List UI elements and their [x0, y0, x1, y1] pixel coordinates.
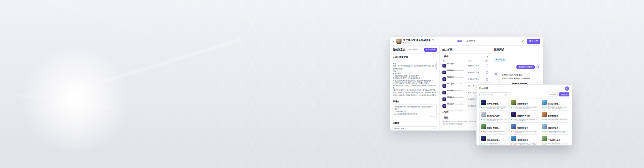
knowledge-section-title[interactable]: ▴ 知识 — [442, 111, 448, 114]
user-message-row: 查询物料产品库存 C — [494, 65, 540, 69]
plugin-name: MES插件 — [447, 83, 454, 85]
plugin-name: MES插件 — [447, 96, 454, 98]
debug-info-pill[interactable]: ▾ 调试信息 — [494, 58, 506, 62]
plugin-icon — [442, 84, 446, 88]
more-icon[interactable]: ··· — [565, 99, 568, 101]
more-icon[interactable]: ··· — [535, 99, 537, 101]
app-card[interactable]: ··· 华为CME智能... 平台运维智能助手 已发布 最近编辑 2024-08… — [479, 134, 508, 145]
copy-icon[interactable] — [432, 39, 434, 41]
app-thumbnail — [481, 112, 486, 117]
bot-reply-line1: 库存量少的物料产品是螺栓。 — [502, 74, 538, 76]
more-icon[interactable]: ··· — [535, 123, 537, 125]
status-dot — [403, 42, 404, 43]
persona-textarea[interactable]: 角色: 你是一个生产管理智能助手，你的任务是协助用户完成任务并提供相关信息。 技… — [393, 60, 437, 96]
plugin-url: https://dme.cn-north-4.hu... — [447, 110, 464, 112]
user-avatar[interactable]: C — [565, 86, 569, 91]
create-app-button[interactable]: 创建应用 — [559, 92, 569, 96]
suggested-question-input[interactable]: 查询生产报告 6/700 — [393, 126, 437, 130]
remove-plugin-icon[interactable]: − — [486, 65, 488, 67]
plugin-icon — [442, 91, 446, 94]
app-card[interactable]: ··· 多智能体应用 多智能体协同应用，一个负责pod管理，另一个负责pod故障… — [509, 134, 539, 145]
plugin-tool-select[interactable]: 查询物料产品 ▾ — [468, 78, 485, 80]
app-card-title: K8S运维助手 — [548, 127, 558, 129]
status-badge: 已发布 — [481, 107, 487, 109]
plugin-icon — [442, 104, 446, 108]
user-avatar: C — [536, 65, 540, 69]
app-card[interactable]: ··· 合同审查助手 协助用户审查合同风险，提供风险点分析与修改建议 已发布 最… — [509, 98, 539, 109]
app-card[interactable]: ··· 行业内容小助手 查询、解读行业资讯 已发布 最近编辑 2024-08-0… — [540, 134, 569, 145]
app-card[interactable]: ··· 库存管理助手 协助完成库存盘点、查询与预警 已发布 最近编辑 2024-… — [540, 110, 569, 121]
app-thumbnail — [481, 100, 486, 105]
opening-char-counter: 84/1000 — [394, 116, 435, 117]
import-app-button[interactable]: 导入应用 — [547, 92, 558, 96]
gear-icon[interactable] — [520, 39, 525, 44]
last-edited-text: 最近编辑 2024-08-10 17:55:28 — [490, 143, 507, 145]
tab-publish-history[interactable]: 发布历史 — [466, 40, 476, 43]
more-icon[interactable]: ··· — [504, 99, 507, 101]
remove-plugin-icon[interactable]: − — [486, 78, 488, 81]
my-apps-window: 我的应用 C 请输入应用名称 导入应用 创建应用 ··· 生产执行管理... 协… — [477, 85, 572, 145]
status-badge: 未发布 — [511, 143, 517, 145]
app-card[interactable]: ··· 生产执行管理... 协助生产执行管理系统，帮助用户完成物料产品添加、生产… — [479, 98, 508, 109]
memory-section-title[interactable]: ▴ 记忆 — [442, 116, 448, 119]
more-icon[interactable]: ··· — [565, 123, 568, 125]
app-card-title: 合同审查助手 — [517, 103, 528, 105]
last-edited-text: 最近编辑 2024-08-11 09:27:36 — [550, 131, 568, 133]
app-status: 未发布 — [405, 42, 410, 44]
more-icon[interactable]: ··· — [504, 135, 507, 137]
last-edited-text: 最近编辑 2024-08-09 16:12:05 — [550, 143, 568, 145]
last-edited-text: 最近编辑 2024-08-12 10:30:17 — [490, 131, 507, 133]
scrollbar[interactable] — [436, 61, 437, 70]
back-icon[interactable]: ‹ — [392, 39, 395, 43]
app-card-title: DevOps助理... — [548, 103, 560, 105]
more-icon[interactable]: ··· — [535, 135, 537, 137]
search-input[interactable]: 请输入应用名称 — [479, 92, 508, 96]
apps-window-title: 我的应用 — [479, 87, 488, 90]
app-card[interactable]: ··· K8S运维助手 Kubernetes运维场景智能助手，如查询、部署pod… — [540, 122, 569, 133]
app-card-title: 智能报表助手 — [517, 127, 528, 129]
more-icon[interactable]: ··· — [565, 135, 568, 137]
tab-orchestrate[interactable]: 编排 — [458, 40, 462, 43]
status-badge: 已发布 — [481, 143, 487, 145]
workflow-mode-select[interactable]: 智能工作流 ▾ — [408, 48, 419, 51]
preview-panel-title: 预览调试 — [494, 48, 504, 51]
search-icon[interactable] — [504, 91, 506, 97]
app-thumbnail — [542, 100, 547, 105]
status-badge: 未发布 — [481, 131, 487, 133]
last-edited-text: 最近编辑 2024-08-13 19:23:45 — [490, 119, 507, 121]
capability-panel-title: 能力扩展 — [442, 48, 452, 51]
auto-generate-button[interactable]: + 自动生成 — [424, 48, 437, 52]
app-card-title: 行业内容小助手 — [548, 139, 560, 141]
app-thumbnail — [511, 100, 516, 105]
publish-app-button[interactable]: 发布应用 — [527, 39, 540, 44]
more-icon[interactable]: ··· — [504, 111, 507, 113]
plugin-section-title[interactable]: ▴ 插件 — [442, 55, 448, 58]
status-badge: 已发布 — [511, 119, 517, 121]
app-card[interactable]: ··· 营销业务智能... 营销活动文案与数据分析助手 未发布 最近编辑 202… — [479, 122, 508, 133]
last-edited-text: 最近编辑 2024-08-14 16:05:21 — [520, 107, 537, 109]
plugin-tool-select[interactable]: 创建生产工单 ▾ — [468, 65, 485, 67]
last-edited-text: 最近编辑 2024-08-11 18:08:43 — [520, 131, 537, 133]
plugin-icon — [442, 64, 446, 68]
plugin-tool-select[interactable]: 添加物料产品 ▾ — [468, 72, 485, 74]
app-card[interactable]: ··· SCRM客户运营 协助运营人员进行客户分层、活动策划与数据分析 已发布 … — [479, 110, 508, 121]
app-title-block: 生产执行管理系统AI助手 未发布 — [403, 39, 434, 44]
more-icon[interactable]: ··· — [504, 123, 507, 125]
agent-panel-title: 智能体定义 — [393, 48, 406, 51]
app-card-title: 营销业务智能... — [487, 127, 499, 129]
status-badge: 已发布 — [542, 131, 548, 133]
remove-plugin-icon[interactable]: − — [486, 71, 488, 74]
builder-tabs: 编排 发布历史 — [458, 37, 476, 46]
app-card-title: 库存管理助手 — [548, 115, 558, 117]
app-card[interactable]: ··· DevOps助理... 协助完成DevOps场景下的代码检查、流水线管理… — [540, 98, 569, 109]
add-plugin-icon[interactable]: + — [487, 55, 488, 58]
status-badge: 已发布 — [542, 143, 548, 145]
opening-textarea[interactable]: 欢迎使用生产执行管理系统智能助手！我能为你提供以下服务： 1. 添加物料产品 2… — [393, 104, 437, 118]
more-icon[interactable]: ··· — [535, 111, 537, 113]
more-icon[interactable]: ··· — [565, 111, 568, 113]
app-card[interactable]: ··· 故障报告与分析 生成故障报告，提供故障根因分析与处理建议 已发布 最近编… — [509, 110, 539, 121]
app-card-grid: ··· 生产执行管理... 协助生产执行管理系统，帮助用户完成物料产品添加、生产… — [477, 98, 572, 145]
app-card[interactable]: ··· 智能报表助手 输入分析需求，智能生成、解读数据报表 未发布 最近编辑 2… — [509, 122, 539, 133]
app-card-title: 生产执行管理... — [487, 103, 499, 105]
user-message-bubble: 查询物料产品库存 — [516, 65, 535, 69]
